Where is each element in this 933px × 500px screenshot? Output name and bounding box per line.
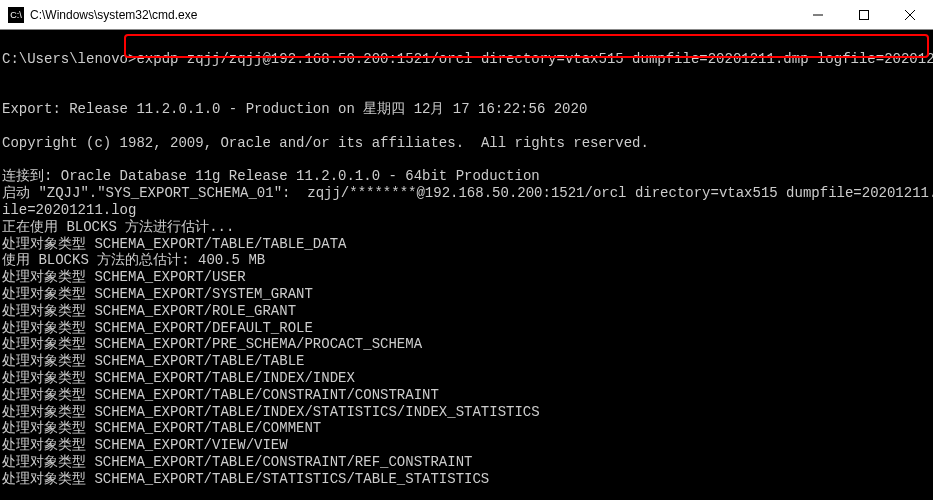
output-line: 处理对象类型 SCHEMA_EXPORT/TABLE/CONSTRAINT/CO… <box>2 387 931 404</box>
cmd-icon: C:\ <box>8 7 24 23</box>
output-line: Export: Release 11.2.0.1.0 - Production … <box>2 101 931 118</box>
terminal-output[interactable]: C:\Users\lenovo>expdp zqjj/zqjj@192.168.… <box>0 30 933 500</box>
output-line: 处理对象类型 SCHEMA_EXPORT/SYSTEM_GRANT <box>2 286 931 303</box>
window-controls <box>795 0 933 29</box>
output-line <box>2 118 931 135</box>
output-line: Copyright (c) 1982, 2009, Oracle and/or … <box>2 135 931 152</box>
output-line: 处理对象类型 SCHEMA_EXPORT/USER <box>2 269 931 286</box>
output-line: 处理对象类型 SCHEMA_EXPORT/TABLE/TABLE <box>2 353 931 370</box>
output-line: 处理对象类型 SCHEMA_EXPORT/TABLE/COMMENT <box>2 420 931 437</box>
minimize-button[interactable] <box>795 0 841 29</box>
output-line: 处理对象类型 SCHEMA_EXPORT/TABLE/TABLE_DATA <box>2 236 931 253</box>
output-line <box>2 84 931 101</box>
output-line <box>2 152 931 169</box>
svg-rect-1 <box>860 10 869 19</box>
window-title: C:\Windows\system32\cmd.exe <box>30 8 795 22</box>
output-line: 处理对象类型 SCHEMA_EXPORT/ROLE_GRANT <box>2 303 931 320</box>
output-line: 处理对象类型 SCHEMA_EXPORT/TABLE/INDEX/INDEX <box>2 370 931 387</box>
output-line: 处理对象类型 SCHEMA_EXPORT/TABLE/STATISTICS/TA… <box>2 471 931 488</box>
output-line: 使用 BLOCKS 方法的总估计: 400.5 MB <box>2 252 931 269</box>
output-line: 连接到: Oracle Database 11g Release 11.2.0.… <box>2 168 931 185</box>
output-line: 处理对象类型 SCHEMA_EXPORT/VIEW/VIEW <box>2 437 931 454</box>
maximize-button[interactable] <box>841 0 887 29</box>
output-line: 处理对象类型 SCHEMA_EXPORT/TABLE/INDEX/STATIST… <box>2 404 931 421</box>
prompt-command: expdp zqjj/zqjj@192.168.50.200:1521/orcl… <box>136 51 933 67</box>
output-line: 处理对象类型 SCHEMA_EXPORT/PRE_SCHEMA/PROCACT_… <box>2 336 931 353</box>
output-line: 启动 "ZQJJ"."SYS_EXPORT_SCHEMA_01": zqjj/*… <box>2 185 931 202</box>
window-titlebar: C:\ C:\Windows\system32\cmd.exe <box>0 0 933 30</box>
prompt-line: C:\Users\lenovo>expdp zqjj/zqjj@192.168.… <box>2 51 931 68</box>
output-line: 处理对象类型 SCHEMA_EXPORT/DEFAULT_ROLE <box>2 320 931 337</box>
close-button[interactable] <box>887 0 933 29</box>
output-line: 正在使用 BLOCKS 方法进行估计... <box>2 219 931 236</box>
output-line: 处理对象类型 SCHEMA_EXPORT/TABLE/CONSTRAINT/RE… <box>2 454 931 471</box>
output-line: ile=20201211.log <box>2 202 931 219</box>
output-lines: Export: Release 11.2.0.1.0 - Production … <box>2 84 931 487</box>
prompt-prefix: C:\Users\lenovo> <box>2 51 136 67</box>
